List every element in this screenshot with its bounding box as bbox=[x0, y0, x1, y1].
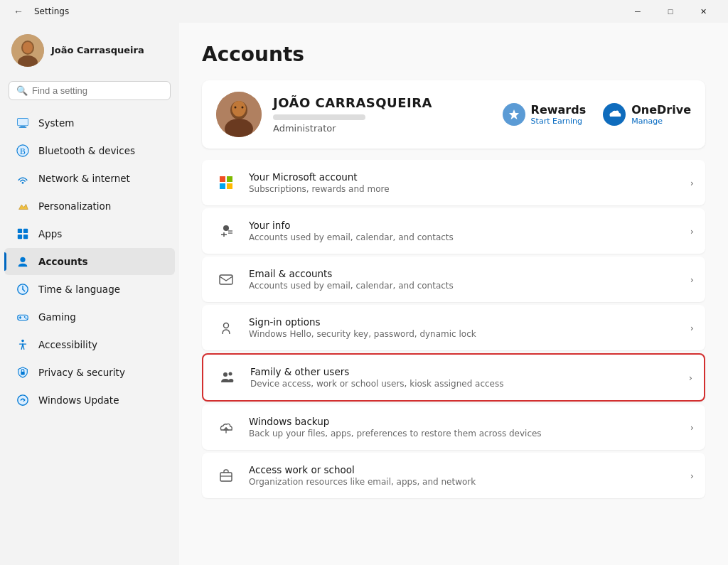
email-icon bbox=[213, 267, 239, 292]
work-title: Access work or school bbox=[249, 464, 680, 475]
sidebar-item-accounts[interactable]: Accounts bbox=[4, 248, 175, 275]
sidebar-item-system[interactable]: System bbox=[4, 109, 175, 136]
profile-info: JOÃO CARRASQUEIRA Administrator bbox=[273, 95, 491, 134]
svg-rect-34 bbox=[220, 176, 225, 182]
svg-rect-48 bbox=[220, 473, 232, 481]
content-area: Accounts JOÃO CARRASQUEIRA Administrator bbox=[179, 23, 728, 565]
minimize-button[interactable]: ─ bbox=[621, 0, 654, 23]
chevron-icon: › bbox=[690, 226, 694, 237]
backup-title: Windows backup bbox=[249, 416, 680, 427]
user-avatar bbox=[11, 34, 44, 67]
settings-item-family[interactable]: Family & other users Device access, work… bbox=[202, 353, 705, 402]
svg-rect-37 bbox=[227, 183, 232, 189]
sidebar-item-network[interactable]: Network & internet bbox=[4, 165, 175, 192]
signin-title: Sign-in options bbox=[249, 316, 680, 328]
sidebar-item-label: Accessibility bbox=[38, 339, 97, 350]
user-section: João Carrasqueira bbox=[0, 28, 179, 78]
svg-point-3 bbox=[23, 42, 33, 53]
family-sub: Device access, work or school users, kio… bbox=[250, 379, 679, 389]
svg-marker-33 bbox=[509, 109, 519, 119]
family-icon bbox=[215, 365, 240, 390]
time-icon bbox=[16, 282, 30, 296]
svg-point-44 bbox=[224, 323, 229, 328]
signin-text: Sign-in options Windows Hello, security … bbox=[249, 316, 680, 339]
sidebar-item-accessibility[interactable]: Accessibility bbox=[4, 331, 175, 358]
chevron-icon: › bbox=[690, 422, 694, 433]
svg-rect-13 bbox=[18, 235, 22, 239]
onedrive-text: OneDrive Manage bbox=[631, 103, 691, 126]
bluetooth-icon: B bbox=[16, 144, 30, 158]
app-title: Settings bbox=[34, 6, 69, 16]
sidebar-user-name: João Carrasqueira bbox=[51, 45, 144, 56]
title-bar: ← Settings ─ □ ✕ bbox=[0, 0, 728, 23]
profile-card: JOÃO CARRASQUEIRA Administrator Rewards … bbox=[202, 80, 705, 149]
rewards-action[interactable]: Rewards Start Earning bbox=[503, 103, 587, 126]
sidebar-item-label: Gaming bbox=[38, 311, 76, 323]
family-title: Family & other users bbox=[250, 366, 679, 377]
svg-rect-11 bbox=[18, 229, 22, 233]
maximize-button[interactable]: □ bbox=[654, 0, 687, 23]
svg-point-22 bbox=[24, 316, 26, 318]
chevron-icon: › bbox=[690, 274, 694, 285]
chevron-icon: › bbox=[689, 372, 692, 383]
svg-rect-12 bbox=[23, 229, 28, 233]
privacy-icon bbox=[16, 365, 30, 380]
svg-point-26 bbox=[18, 395, 28, 405]
sidebar-item-bluetooth[interactable]: B Bluetooth & devices bbox=[4, 137, 175, 164]
sidebar-item-gaming[interactable]: Gaming bbox=[4, 303, 175, 330]
sidebar-item-label: Accounts bbox=[38, 256, 87, 267]
svg-point-24 bbox=[21, 340, 24, 343]
microsoft-account-icon bbox=[213, 170, 239, 195]
settings-item-backup[interactable]: Windows backup Back up your files, apps,… bbox=[202, 404, 705, 450]
onedrive-sub: Manage bbox=[631, 117, 691, 126]
page-title: Accounts bbox=[202, 43, 705, 66]
svg-point-38 bbox=[223, 225, 229, 231]
email-text: Email & accounts Accounts used by email,… bbox=[249, 268, 680, 291]
settings-item-email[interactable]: Email & accounts Accounts used by email,… bbox=[202, 257, 705, 302]
svg-point-15 bbox=[20, 257, 25, 262]
sidebar-item-label: Time & language bbox=[38, 284, 120, 295]
settings-item-work[interactable]: Access work or school Organization resou… bbox=[202, 453, 705, 498]
sidebar-item-personalization[interactable]: Personalization bbox=[4, 193, 175, 220]
sidebar-item-label: Apps bbox=[38, 228, 62, 240]
title-bar-left: ← Settings bbox=[9, 1, 69, 21]
accessibility-icon bbox=[16, 338, 30, 352]
svg-point-31 bbox=[235, 107, 237, 109]
search-input[interactable] bbox=[32, 85, 163, 96]
microsoft-account-text: Your Microsoft account Subscriptions, re… bbox=[249, 171, 680, 194]
close-button[interactable]: ✕ bbox=[687, 0, 719, 23]
profile-role: Administrator bbox=[273, 123, 491, 134]
work-icon bbox=[213, 463, 239, 488]
rewards-text: Rewards Start Earning bbox=[531, 103, 587, 126]
your-info-title: Your info bbox=[249, 220, 680, 231]
settings-item-your-info[interactable]: Your info Accounts used by email, calend… bbox=[202, 208, 705, 254]
settings-item-signin[interactable]: Sign-in options Windows Hello, security … bbox=[202, 305, 705, 350]
backup-icon bbox=[213, 414, 239, 440]
sidebar-item-time[interactable]: Time & language bbox=[4, 276, 175, 303]
sidebar-item-label: Bluetooth & devices bbox=[38, 145, 135, 156]
svg-rect-43 bbox=[220, 275, 232, 284]
sidebar-item-update[interactable]: Windows Update bbox=[4, 387, 175, 414]
accounts-icon bbox=[16, 254, 30, 269]
svg-point-46 bbox=[229, 372, 232, 376]
svg-point-30 bbox=[232, 101, 246, 117]
sidebar-item-privacy[interactable]: Privacy & security bbox=[4, 359, 175, 386]
settings-list: Your Microsoft account Subscriptions, re… bbox=[202, 160, 705, 498]
svg-point-45 bbox=[223, 372, 228, 377]
svg-rect-35 bbox=[227, 176, 232, 182]
window-controls: ─ □ ✕ bbox=[621, 0, 719, 23]
svg-rect-6 bbox=[20, 127, 25, 127]
svg-point-23 bbox=[26, 318, 27, 319]
back-button[interactable]: ← bbox=[9, 1, 28, 21]
svg-rect-14 bbox=[23, 235, 28, 239]
work-text: Access work or school Organization resou… bbox=[249, 464, 680, 487]
svg-rect-7 bbox=[19, 127, 27, 128]
sidebar-item-apps[interactable]: Apps bbox=[4, 220, 175, 247]
chevron-icon: › bbox=[690, 470, 694, 481]
svg-point-10 bbox=[22, 182, 24, 184]
settings-item-microsoft-account[interactable]: Your Microsoft account Subscriptions, re… bbox=[202, 160, 705, 205]
onedrive-action[interactable]: OneDrive Manage bbox=[603, 103, 691, 126]
sidebar-item-label: Privacy & security bbox=[38, 367, 125, 378]
sidebar-item-label: Personalization bbox=[38, 200, 111, 212]
search-box[interactable]: 🔍 bbox=[9, 81, 171, 100]
